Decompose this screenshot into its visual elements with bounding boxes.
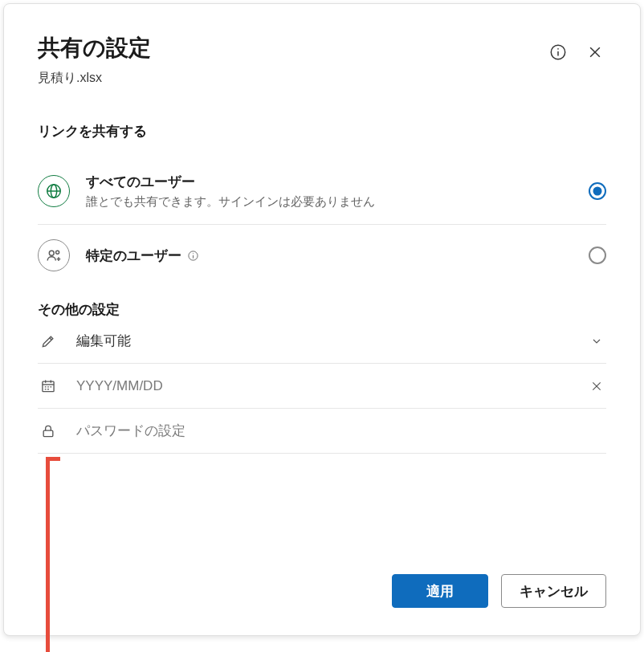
option-everyone-title: すべてのユーザー xyxy=(86,173,581,191)
other-settings-label: その他の設定 xyxy=(38,300,606,319)
option-specific-info[interactable] xyxy=(186,249,199,262)
apply-button[interactable]: 適用 xyxy=(392,574,488,608)
option-everyone[interactable]: すべてのユーザー 誰とでも共有できます。サインインは必要ありません xyxy=(38,158,606,225)
header: 共有の設定 見積り.xlsx xyxy=(38,33,606,87)
close-button[interactable] xyxy=(584,41,606,63)
info-icon xyxy=(187,250,199,262)
svg-point-8 xyxy=(49,251,54,255)
sharing-settings-panel: 共有の設定 見積り.xlsx リンクを共有する すべてのユーザー 誰とでも共有で… xyxy=(3,3,641,636)
option-specific-title-label: 特定のユーザー xyxy=(86,247,181,265)
date-input[interactable]: YYYY/MM/DD xyxy=(76,378,579,394)
permission-select[interactable]: 編集可能 xyxy=(38,319,606,364)
pencil-icon xyxy=(38,333,59,349)
calendar-icon xyxy=(38,378,59,394)
option-everyone-subtitle: 誰とでも共有できます。サインインは必要ありません xyxy=(86,194,581,210)
radio-everyone[interactable] xyxy=(589,182,606,200)
option-specific[interactable]: 特定のユーザー xyxy=(38,225,606,286)
svg-point-14 xyxy=(192,253,193,254)
lock-icon xyxy=(38,423,59,439)
filename: 見積り.xlsx xyxy=(38,70,151,87)
title-block: 共有の設定 見積り.xlsx xyxy=(38,33,151,87)
footer: 適用 キャンセル xyxy=(38,550,606,635)
svg-point-9 xyxy=(56,251,59,254)
info-icon xyxy=(549,43,567,61)
option-specific-text: 特定のユーザー xyxy=(86,247,581,265)
share-link-label: リンクを共有する xyxy=(38,122,606,141)
permission-label: 編集可能 xyxy=(76,332,579,350)
close-icon xyxy=(590,380,603,393)
expiration-date-field[interactable]: YYYY/MM/DD xyxy=(38,364,606,409)
svg-rect-27 xyxy=(43,430,53,437)
cancel-button[interactable]: キャンセル xyxy=(501,574,606,608)
dialog-title: 共有の設定 xyxy=(38,33,151,63)
radio-specific[interactable] xyxy=(589,247,606,264)
share-options: すべてのユーザー 誰とでも共有できます。サインインは必要ありません 特定のユーザ… xyxy=(38,158,606,286)
header-actions xyxy=(547,41,606,63)
option-specific-title: 特定のユーザー xyxy=(86,247,581,265)
password-input[interactable]: パスワードの設定 xyxy=(76,422,606,440)
option-everyone-text: すべてのユーザー 誰とでも共有できます。サインインは必要ありません xyxy=(86,173,581,210)
people-add-icon xyxy=(38,239,70,271)
chevron-down-icon xyxy=(587,335,606,348)
svg-line-15 xyxy=(50,337,51,340)
clear-date-button[interactable] xyxy=(587,380,606,393)
close-icon xyxy=(587,44,603,60)
info-button[interactable] xyxy=(547,41,569,63)
svg-point-2 xyxy=(557,48,559,50)
globe-icon xyxy=(38,175,70,207)
password-field[interactable]: パスワードの設定 xyxy=(38,409,606,454)
